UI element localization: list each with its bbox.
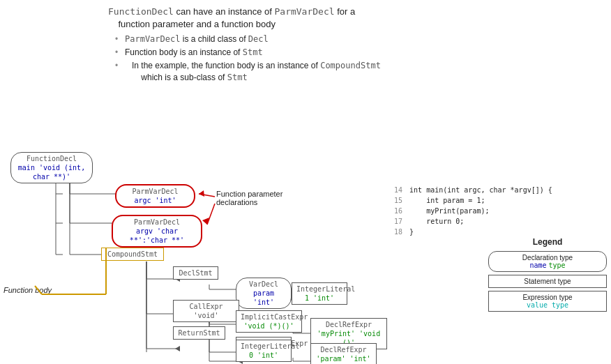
node-functiondecl: FunctionDecl main 'void (int, char **)' [10, 152, 93, 183]
code-line-15: 15 int param = 1; [394, 195, 552, 206]
header-text1: can have an instance of [176, 6, 275, 17]
legend: Legend Declaration type name type Statem… [488, 237, 607, 314]
bullet-2: Function body is an instance of Stmt [115, 47, 604, 59]
node-parmvardecl1: ParmVarDecl argc 'int' [115, 184, 195, 208]
svg-marker-49 [202, 218, 209, 225]
header-code2: ParmVarDecl [274, 6, 334, 17]
header-area: FunctionDecl can have an instance of Par… [108, 6, 604, 85]
node-declrefexpr2: DeclRefExpr 'param' 'int' [310, 343, 377, 364]
svg-marker-47 [199, 190, 204, 197]
function-body-label: Function body [3, 286, 52, 294]
code-line-18: 18 } [394, 227, 552, 237]
legend-declaration: Declaration type name type [488, 251, 607, 272]
legend-title: Legend [488, 237, 607, 247]
code-line-16: 16 myPrint(param); [394, 206, 552, 216]
header-text3: function parameter and a function body [108, 19, 276, 29]
main-container: FunctionDecl can have an instance of Par… [0, 0, 611, 364]
code-line-14: 14 int main(int argc, char *argv[]) { [394, 185, 552, 195]
node-callexpr: CallExpr 'void' [173, 300, 239, 322]
header-title: FunctionDecl can have an instance of Par… [108, 6, 604, 31]
node-parmvardecl2: ParmVarDecl argv 'char **':'char **' [112, 215, 202, 248]
header-code1: FunctionDecl [108, 6, 174, 17]
node-declstmt: DeclStmt [173, 266, 218, 280]
node-implicitcastexpr1: ImplicitCastExpr 'void (*)()' [236, 310, 302, 333]
code-block: 14 int main(int argc, char *argv[]) { 15… [394, 185, 552, 237]
node-integerliteral2: IntegerLiteral 0 'int' [236, 340, 292, 362]
bullet-3: In the example, the function body is an … [115, 60, 604, 84]
bullet-list: ParmVarDecl is a child class of Decl Fun… [108, 33, 604, 83]
svg-marker-38 [175, 346, 180, 351]
bullet-1: ParmVarDecl is a child class of Decl [115, 33, 604, 45]
svg-line-48 [207, 204, 215, 225]
code-line-17: 17 return 0; [394, 216, 552, 227]
function-params-label: Function parameterdeclarations [216, 190, 282, 206]
legend-statement: Statement type [488, 275, 607, 288]
legend-expression: Expression type value type [488, 291, 607, 312]
node-compoundstmt: CompoundStmt [101, 248, 164, 261]
node-integerliteral1: IntegerLiteral 1 'int' [292, 282, 347, 305]
node-returnstmt: ReturnStmt [173, 326, 225, 340]
svg-line-46 [199, 194, 215, 197]
header-text2: for a [337, 6, 355, 17]
node-vardecl: VarDecl param 'int' [236, 278, 292, 309]
